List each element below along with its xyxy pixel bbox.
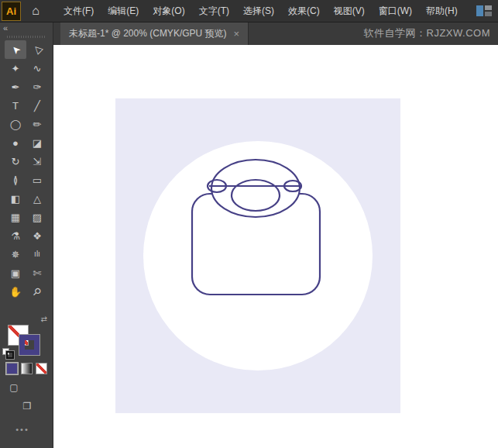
selection-cursor-icon: ➤ <box>9 43 22 57</box>
scale-icon: ⇲ <box>33 157 42 167</box>
type-icon: T <box>12 101 19 111</box>
workspace-switcher-block <box>476 5 483 16</box>
illustrator-window: Ai ⌂ 文件(F) 编辑(E) 对象(O) 文字(T) 选择(S) 效果(C)… <box>0 0 498 448</box>
apply-none-button[interactable] <box>36 363 47 374</box>
tool-lasso[interactable]: ∿ <box>26 59 48 78</box>
width-tool-icon: ≬ <box>13 175 18 185</box>
tool-eraser[interactable]: ◪ <box>26 133 48 152</box>
tool-magic-wand[interactable]: ✦ <box>5 59 26 78</box>
paintbrush-icon: ✑ <box>33 82 42 92</box>
menu-help[interactable]: 帮助(H) <box>419 0 465 22</box>
draw-mode-button[interactable]: ▢ <box>8 381 20 394</box>
document-tab[interactable]: 未标题-1* @ 200% (CMYK/GPU 预览) × <box>60 22 249 45</box>
stroke-swatch[interactable] <box>19 335 39 355</box>
tool-eyedropper[interactable]: ⚗ <box>5 226 26 245</box>
ellipse-icon: ◯ <box>10 119 22 129</box>
menu-effect[interactable]: 效果(C) <box>281 0 327 22</box>
default-stroke-chip <box>6 351 14 359</box>
apply-color-row <box>0 363 53 374</box>
tool-mesh[interactable]: ▦ <box>5 208 26 226</box>
tool-perspective-grid[interactable]: △ <box>26 189 48 208</box>
mesh-icon: ▦ <box>11 212 20 222</box>
apply-gradient-button[interactable] <box>21 363 33 374</box>
menu-items: 文件(F) 编辑(E) 对象(O) 文字(T) 选择(S) 效果(C) 视图(V… <box>57 0 465 22</box>
hand-icon: ✋ <box>9 287 22 297</box>
tool-blend[interactable]: ❖ <box>26 226 48 245</box>
canvas[interactable] <box>53 45 498 448</box>
panel-grip[interactable] <box>7 36 46 38</box>
lasso-icon: ∿ <box>33 64 42 74</box>
tool-column-graph[interactable]: ılı <box>26 245 48 264</box>
tool-symbol-sprayer[interactable]: ✵ <box>5 245 26 264</box>
menu-type[interactable]: 文字(T) <box>192 0 236 22</box>
tool-zoom[interactable]: ⚲ <box>26 282 48 301</box>
home-icon[interactable]: ⌂ <box>26 0 46 22</box>
workspace-switcher-block <box>485 5 492 10</box>
tool-ellipse[interactable]: ◯ <box>5 115 26 133</box>
symbol-sprayer-icon: ✵ <box>12 250 20 260</box>
tools-panel: « ➤ ▷ ✦ ∿ ✒ ✑ T ╱ ◯ ✏ ● ◪ ↻ ⇲ ≬ ▭ ◧ △ ▦ … <box>0 22 53 448</box>
tool-width[interactable]: ≬ <box>5 171 26 189</box>
watermark-text: 软件自学网：RJZXW.COM <box>364 26 498 40</box>
document-tabbar: 未标题-1* @ 200% (CMYK/GPU 预览) × 软件自学网：RJZX… <box>53 22 498 45</box>
tool-slice[interactable]: ✄ <box>26 264 48 282</box>
rotate-icon: ↻ <box>12 157 20 167</box>
tool-direct-selection[interactable]: ▷ <box>26 40 48 59</box>
eraser-icon: ◪ <box>33 138 42 148</box>
tool-pen[interactable]: ✒ <box>5 78 26 96</box>
fill-stroke-widget: ⇄ <box>0 315 53 361</box>
tool-gradient[interactable]: ▨ <box>26 208 48 226</box>
tool-shape-builder[interactable]: ◧ <box>5 189 26 208</box>
app-logo-icon[interactable]: Ai <box>2 2 21 21</box>
tool-free-transform[interactable]: ▭ <box>26 171 48 189</box>
tool-paintbrush[interactable]: ✑ <box>26 78 48 96</box>
tool-hand[interactable]: ✋ <box>5 282 26 301</box>
tool-rotate[interactable]: ↻ <box>5 152 26 171</box>
gradient-icon: ▨ <box>33 212 42 222</box>
perspective-grid-icon: △ <box>33 194 41 204</box>
screen-mode-button[interactable]: ❐ <box>21 400 33 412</box>
tool-blob-brush[interactable]: ● <box>5 133 26 152</box>
tab-close-icon[interactable]: × <box>234 28 240 40</box>
apply-color-button[interactable] <box>6 363 18 374</box>
pen-icon: ✒ <box>12 82 20 92</box>
pencil-icon: ✏ <box>33 119 42 129</box>
menu-window[interactable]: 窗口(W) <box>372 0 419 22</box>
menu-view[interactable]: 视图(V) <box>327 0 372 22</box>
menu-object[interactable]: 对象(O) <box>146 0 191 22</box>
tool-artboard[interactable]: ▣ <box>5 264 26 282</box>
zoom-icon: ⚲ <box>31 285 43 298</box>
tool-grid: ➤ ▷ ✦ ∿ ✒ ✑ T ╱ ◯ ✏ ● ◪ ↻ ⇲ ≬ ▭ ◧ △ ▦ ▨ … <box>0 40 53 301</box>
menubar: Ai ⌂ 文件(F) 编辑(E) 对象(O) 文字(T) 选择(S) 效果(C)… <box>0 0 498 22</box>
workspace-switcher-block <box>485 12 492 16</box>
column-graph-icon: ılı <box>34 250 40 258</box>
shape-builder-icon: ◧ <box>11 194 20 204</box>
more-tools-button[interactable]: ••• <box>0 425 45 434</box>
free-transform-icon: ▭ <box>33 175 42 185</box>
menu-file[interactable]: 文件(F) <box>57 0 101 22</box>
slice-icon: ✄ <box>33 268 42 278</box>
direct-selection-cursor-icon: ▷ <box>31 43 43 56</box>
magic-wand-icon: ✦ <box>12 64 20 74</box>
tool-pencil[interactable]: ✏ <box>26 115 48 133</box>
document-tab-title: 未标题-1* @ 200% (CMYK/GPU 预览) <box>69 27 227 40</box>
tool-scale[interactable]: ⇲ <box>26 152 48 171</box>
tool-selection[interactable]: ➤ <box>5 40 26 59</box>
workspace-switcher-icon[interactable] <box>476 5 492 16</box>
line-segment-icon: ╱ <box>34 101 40 111</box>
blend-icon: ❖ <box>33 231 42 241</box>
blob-brush-icon: ● <box>12 138 19 148</box>
artboard[interactable] <box>115 98 400 413</box>
handbag-icon-artwork[interactable] <box>115 98 400 413</box>
collapse-panel-icon[interactable]: « <box>3 23 6 33</box>
swap-fill-stroke-icon[interactable]: ⇄ <box>41 315 47 323</box>
menu-edit[interactable]: 编辑(E) <box>101 0 146 22</box>
tool-type[interactable]: T <box>5 96 26 115</box>
default-fill-stroke-icon[interactable] <box>2 348 14 358</box>
menu-select[interactable]: 选择(S) <box>236 0 281 22</box>
tool-line-segment[interactable]: ╱ <box>26 96 48 115</box>
eyedropper-icon: ⚗ <box>11 231 20 241</box>
artboard-tool-icon: ▣ <box>11 268 20 278</box>
